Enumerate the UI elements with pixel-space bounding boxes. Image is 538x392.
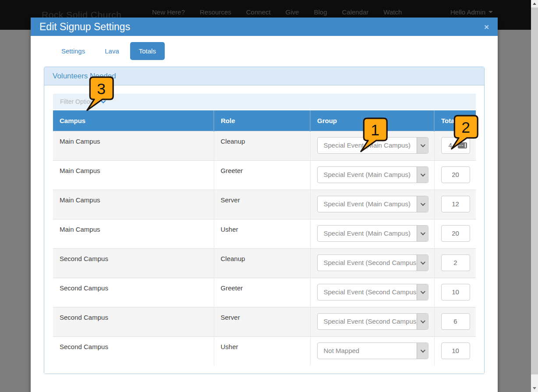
select-arrow-icon xyxy=(417,255,428,271)
role-cell: Server xyxy=(214,190,310,219)
role-cell: Greeter xyxy=(214,160,310,190)
role-cell: Server xyxy=(214,307,310,336)
scrollbar-thumb[interactable] xyxy=(531,7,538,374)
campus-cell: Second Campus xyxy=(53,336,214,366)
page-scrollbar[interactable] xyxy=(531,0,538,392)
group-select-value: Special Event (Main Campus) xyxy=(318,171,417,178)
scroll-up-button[interactable] xyxy=(531,0,538,7)
select-arrow-icon xyxy=(417,343,428,359)
role-cell: Greeter xyxy=(214,278,310,307)
close-icon[interactable]: × xyxy=(484,23,489,31)
table-row: Main Campus Usher Special Event (Main Ca… xyxy=(53,219,476,248)
annotation-number: 1 xyxy=(371,121,379,139)
group-select-value: Not Mapped xyxy=(318,347,417,354)
group-select-value: Special Event (Second Campus) xyxy=(318,259,417,266)
caret-down-icon xyxy=(488,11,493,13)
campus-cell: Second Campus xyxy=(53,278,214,307)
volunteers-needed-panel: Volunteers Needed Filter Options Campus … xyxy=(44,67,485,374)
campus-cell: Main Campus xyxy=(53,160,214,190)
modal-title: Edit Signup Settings xyxy=(39,21,130,33)
campus-cell: Second Campus xyxy=(53,307,214,336)
tab-lava[interactable]: Lava xyxy=(96,42,128,60)
select-arrow-icon xyxy=(417,226,428,241)
nav-item-connect[interactable]: Connect xyxy=(246,8,271,16)
totals-table: Campus Role Group Total Main Campus Clea… xyxy=(53,110,476,366)
panel-body: Filter Options Campus Role Group Total xyxy=(44,85,484,374)
column-header-campus: Campus xyxy=(53,110,214,131)
group-select[interactable]: Special Event (Main Campus) xyxy=(317,196,428,212)
group-select[interactable]: Special Event (Main Campus) xyxy=(317,225,428,242)
table-row: Second Campus Cleanup Special Event (Sec… xyxy=(53,248,476,278)
arrow-down-icon xyxy=(533,387,536,389)
table-header-row: Campus Role Group Total xyxy=(53,110,476,131)
select-arrow-icon xyxy=(417,284,428,300)
select-arrow-icon xyxy=(417,314,428,329)
tab-bar: Settings Lava Totals xyxy=(53,42,485,60)
nav-item-blog[interactable]: Blog xyxy=(314,8,327,16)
campus-cell: Second Campus xyxy=(53,248,214,278)
total-input[interactable] xyxy=(441,166,470,183)
total-input[interactable] xyxy=(441,196,470,212)
role-cell: Usher xyxy=(214,336,310,366)
group-select-value: Special Event (Second Campus) xyxy=(318,318,417,325)
user-menu-label: Hello Admin xyxy=(450,8,485,16)
tab-totals[interactable]: Totals xyxy=(130,42,165,60)
column-header-role: Role xyxy=(214,110,310,131)
nav-item-resources[interactable]: Resources xyxy=(200,8,231,16)
scroll-down-button[interactable] xyxy=(531,385,538,392)
group-select-value: Special Event (Main Campus) xyxy=(318,200,417,208)
select-arrow-icon xyxy=(417,196,428,212)
campus-cell: Main Campus xyxy=(53,219,214,248)
nav-item-new-here[interactable]: New Here? xyxy=(152,8,185,16)
role-cell: Cleanup xyxy=(214,248,310,278)
site-nav: New Here? Resources Connect Give Blog Ca… xyxy=(152,8,402,16)
campus-cell: Main Campus xyxy=(53,190,214,219)
total-input[interactable] xyxy=(441,225,470,242)
total-input[interactable] xyxy=(441,313,470,330)
table-row: Main Campus Cleanup Special Event (Main … xyxy=(53,131,476,160)
total-input[interactable] xyxy=(441,254,470,271)
group-select[interactable]: Special Event (Second Campus) xyxy=(317,254,428,271)
nav-item-watch[interactable]: Watch xyxy=(383,8,402,16)
nav-item-calendar[interactable]: Calendar xyxy=(342,8,368,16)
role-cell: Usher xyxy=(214,219,310,248)
group-select-value: Special Event (Main Campus) xyxy=(318,230,417,237)
total-input[interactable] xyxy=(441,343,470,359)
group-select[interactable]: Special Event (Second Campus) xyxy=(317,284,428,300)
total-input[interactable] xyxy=(441,284,470,300)
table-row: Second Campus Greeter Special Event (Sec… xyxy=(53,278,476,307)
group-select[interactable]: Special Event (Main Campus) xyxy=(317,166,428,183)
edit-signup-settings-modal: Edit Signup Settings × Settings Lava Tot… xyxy=(31,18,498,392)
user-menu[interactable]: Hello Admin xyxy=(450,8,493,16)
table-row: Second Campus Server Special Event (Seco… xyxy=(53,307,476,336)
nav-item-give[interactable]: Give xyxy=(286,8,299,16)
annotation-callout-3: 3 xyxy=(83,76,117,112)
annotation-number: 3 xyxy=(97,80,106,98)
annotation-callout-1: 1 xyxy=(357,117,390,153)
arrow-up-icon xyxy=(533,3,536,5)
tab-settings[interactable]: Settings xyxy=(53,42,94,60)
group-select-value: Special Event (Second Campus) xyxy=(318,288,417,296)
campus-cell: Main Campus xyxy=(53,131,214,160)
role-cell: Cleanup xyxy=(214,131,310,160)
group-select[interactable]: Special Event (Second Campus) xyxy=(317,313,428,330)
table-row: Main Campus Server Special Event (Main C… xyxy=(53,190,476,219)
annotation-number: 2 xyxy=(461,119,470,136)
select-arrow-icon xyxy=(417,167,428,183)
group-select[interactable]: Not Mapped xyxy=(317,343,428,359)
annotation-callout-2: 2 xyxy=(448,114,481,150)
table-row: Second Campus Usher Not Mapped xyxy=(53,336,476,366)
table-row: Main Campus Greeter Special Event (Main … xyxy=(53,160,476,190)
select-arrow-icon xyxy=(417,138,428,153)
modal-header: Edit Signup Settings × xyxy=(31,18,498,36)
